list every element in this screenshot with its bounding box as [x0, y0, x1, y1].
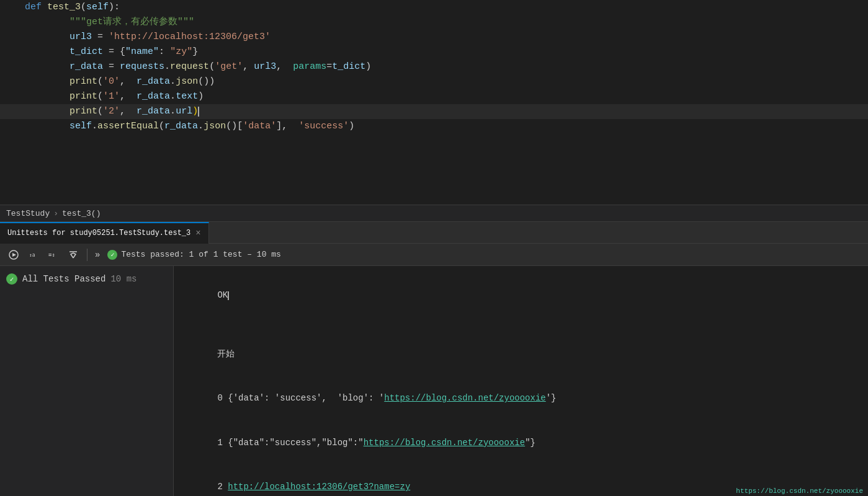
passed-time: 10 ms: [110, 274, 136, 284]
output-line-0: 0 {'data': 'success', 'blog': 'https://b…: [186, 377, 856, 421]
breadcrumb-class[interactable]: TestStudy: [6, 209, 50, 218]
output-link-1[interactable]: https://blog.csdn.net/zyooooxie: [364, 438, 525, 448]
toolbar-separator: [87, 249, 87, 261]
rerun-button[interactable]: [5, 246, 22, 264]
sort-alpha-button[interactable]: ↕a: [25, 246, 42, 264]
test-results-panel: ✓ All Tests Passed 10 ms: [0, 266, 174, 496]
output-line-1: 1 {"data":"success","blog":"https://blog…: [186, 421, 856, 465]
breadcrumb-bar: TestStudy › test_3(): [0, 205, 868, 222]
passed-label: All Tests Passed: [22, 274, 105, 284]
status-ok-icon: ✓: [107, 250, 117, 260]
code-line-8: print('2', r_data.url): [0, 104, 868, 119]
code-line-7: print('1', r_data.text): [0, 89, 868, 104]
test-tab[interactable]: Unittests for study05251.TestStudy.test_…: [0, 222, 209, 244]
passed-icon: ✓: [6, 273, 17, 285]
code-editor: def test_3(self): """get请求，有必传参数""" url3…: [0, 0, 868, 205]
output-line-start: 开始: [186, 332, 856, 376]
all-tests-passed-badge: ✓ All Tests Passed 10 ms: [6, 273, 136, 285]
status-bar: https://blog.csdn.net/zyooooxie: [731, 486, 868, 496]
svg-marker-1: [12, 253, 16, 257]
more-button[interactable]: »: [92, 250, 102, 260]
svg-text:≡↕: ≡↕: [48, 252, 55, 258]
scroll-top-button[interactable]: [65, 246, 82, 264]
status-message: ✓ Tests passed: 1 of 1 test – 10 ms: [107, 250, 280, 260]
code-line-4: t_dict = {"name": "zy"}: [0, 45, 868, 60]
status-text: Tests passed: 1 of 1 test – 10 ms: [121, 250, 280, 259]
output-line-ok: OK: [186, 273, 856, 317]
code-line-6: print('0', r_data.json()): [0, 74, 868, 89]
svg-text:↕a: ↕a: [29, 252, 35, 258]
sort-duration-button[interactable]: ≡↕: [45, 246, 62, 264]
output-link-0[interactable]: https://blog.csdn.net/zyooooxie: [384, 393, 545, 403]
code-line-1: def test_3(self):: [0, 0, 868, 15]
code-line-5: r_data = requests.request('get', url3, p…: [0, 60, 868, 74]
code-line-2: """get请求，有必传参数""": [0, 15, 868, 30]
code-line-9: self.assertEqual(r_data.json()['data'], …: [0, 119, 868, 134]
tab-close-button[interactable]: ×: [195, 228, 200, 238]
status-bar-url: https://blog.csdn.net/zyooooxie: [736, 487, 863, 495]
output-link-2[interactable]: http://localhost:12306/get3?name=zy: [228, 482, 410, 492]
breadcrumb-separator: ›: [53, 209, 58, 218]
output-panel[interactable]: OK 开始 0 {'data': 'success', 'blog': 'htt…: [174, 266, 868, 496]
tab-bar: Unittests for study05251.TestStudy.test_…: [0, 222, 868, 244]
bottom-panel: ✓ All Tests Passed 10 ms OK 开始 0 {'data'…: [0, 266, 868, 496]
toolbar: ↕a ≡↕ » ✓ Tests passed: 1 of 1 test – 10…: [0, 244, 868, 266]
code-line-3: url3 = 'http://localhost:12306/get3': [0, 30, 868, 45]
tab-label: Unittests for study05251.TestStudy.test_…: [7, 229, 190, 237]
breadcrumb-method[interactable]: test_3(): [62, 209, 101, 218]
output-cursor: [228, 291, 229, 300]
output-line-blank1: [186, 317, 856, 332]
